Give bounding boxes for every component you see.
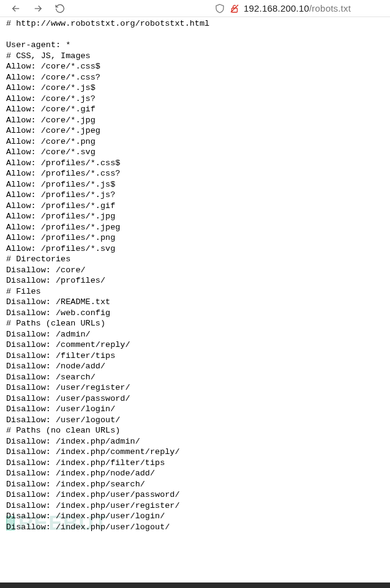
reload-icon bbox=[54, 3, 66, 14]
footer-bar bbox=[0, 582, 390, 588]
arrow-right-icon bbox=[32, 3, 43, 14]
url-host: 192.168.200.10 bbox=[244, 3, 309, 13]
browser-toolbar: 192.168.200.10/robots.txt bbox=[0, 0, 390, 17]
address-bar[interactable]: 192.168.200.10/robots.txt bbox=[178, 3, 388, 14]
back-button[interactable] bbox=[7, 0, 24, 17]
robots-text: # http://www.robotstxt.org/robotstxt.htm… bbox=[6, 18, 384, 532]
url-path: /robots.txt bbox=[309, 3, 351, 13]
forward-button[interactable] bbox=[29, 0, 47, 17]
page-content: REEBUT # http://www.robotstxt.org/robots… bbox=[0, 17, 390, 538]
reload-button[interactable] bbox=[51, 0, 69, 17]
not-secure-icon bbox=[229, 3, 240, 14]
url-text: 192.168.200.10/robots.txt bbox=[244, 3, 351, 13]
arrow-left-icon bbox=[10, 3, 21, 14]
nav-buttons bbox=[2, 0, 73, 17]
shield-icon bbox=[214, 3, 225, 14]
